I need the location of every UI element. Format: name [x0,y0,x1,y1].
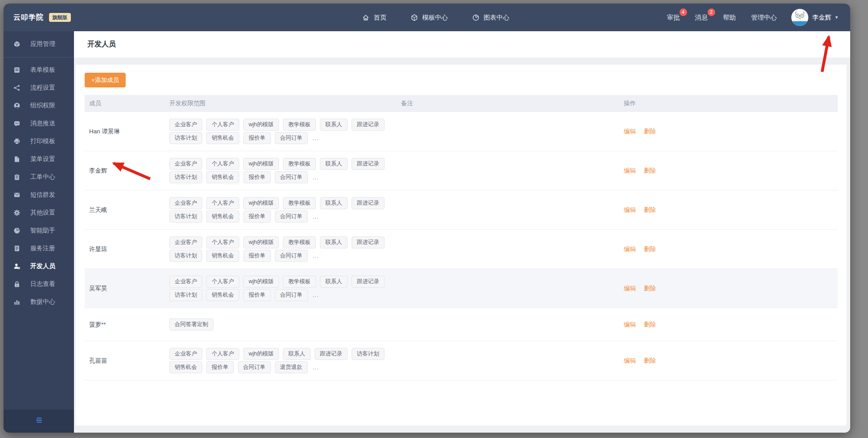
permission-tag: 个人客户 [206,276,239,288]
nav-template-center[interactable]: 模板中心 [410,13,448,22]
edit-link[interactable]: 编辑 [624,207,636,213]
actions-cell: 编辑删除 [619,356,838,365]
nav-label: 审批 [667,14,680,21]
permission-tag: 报价单 [243,171,271,183]
edit-link[interactable]: 编辑 [624,357,636,364]
developers-table: 成员开发权限范围备注操作 Han 谭景琳企业客户个人客户wjh的模版教学模板联系… [85,95,838,380]
sidebar-item-data-center[interactable]: 数据中心 [4,293,74,311]
sidebar-item-label: 工单中心 [30,173,55,181]
user-name[interactable]: 李金辉 [812,13,832,22]
nav-label: 模板中心 [422,13,448,22]
tag-line: 销售机会报价单合同订单退货退款... [169,361,392,373]
delete-link[interactable]: 删除 [644,285,656,292]
delete-link[interactable]: 删除 [644,128,656,135]
sidebar-item-label: 流程设置 [30,84,55,92]
nav-label: 管理中心 [751,14,777,21]
nav-home[interactable]: 首页 [362,13,386,22]
sidebar-item-ticket-center[interactable]: 工单中心 [4,168,74,186]
sidebar-item-label: 智能助手 [30,227,55,235]
table-row: 兰天峨企业客户个人客户wjh的模版教学模板联系人跟进记录访客计划销售机会报价单合… [85,190,838,230]
column-header: 备注 [397,99,619,107]
sidebar-item-org-permissions[interactable]: 组织权限 [4,97,74,115]
sidebar: 应用管理 表单模板流程设置组织权限消息推送打印模板菜单设置工单中心短信群发其他设… [4,31,74,433]
permission-tag: 跟进记录 [352,197,385,209]
sidebar-item-smart-assistant[interactable]: 智能助手 [4,222,74,240]
nav-chart-center[interactable]: 图表中心 [472,13,509,22]
permission-tag: 教学模板 [283,236,316,248]
tag-line: 企业客户个人客户wjh的模版教学模板联系人跟进记录 [169,276,392,288]
edit-link[interactable]: 编辑 [624,128,636,135]
tag-line: 企业客户个人客户wjh的模版教学模板联系人跟进记录 [169,119,392,131]
user-circle-icon [13,102,20,109]
table-row: Han 谭景琳企业客户个人客户wjh的模版教学模板联系人跟进记录访客计划销售机会… [85,112,838,151]
nav-admin-center[interactable]: 管理中心 [751,13,777,22]
sidebar-item-label: 开发人员 [30,262,55,270]
sidebar-item-message-push[interactable]: 消息推送 [4,115,74,132]
sidebar-item-print-templates[interactable]: 打印模板 [4,132,74,150]
apps-icon [13,41,20,48]
permission-tag: 退货退款 [275,361,308,373]
permission-tag: 跟进记录 [352,119,385,131]
sidebar-item-label: 应用管理 [30,40,55,48]
sidebar-divider [4,57,74,58]
permissions-cell: 企业客户个人客户wjh的模版教学模板联系人跟进记录访客计划销售机会报价单合同订单… [165,112,397,151]
chevron-down-icon[interactable]: ▼ [835,15,839,20]
sidebar-item-other-settings[interactable]: 其他设置 [4,204,74,222]
permission-tag: 访客计划 [169,132,202,144]
avatar[interactable] [791,9,808,26]
sidebar-item-form-templates[interactable]: 表单模板 [4,61,74,79]
permission-tag: 访客计划 [169,211,202,223]
sidebar-item-label: 日志查看 [30,280,55,288]
add-member-button[interactable]: +添加成员 [85,73,126,87]
permission-tag: 教学模板 [283,158,316,170]
sidebar-item-app-management[interactable]: 应用管理 [4,31,74,57]
delete-link[interactable]: 删除 [644,321,656,328]
permission-tag: 跟进记录 [352,236,385,248]
nav-label: 帮助 [723,14,736,21]
member-cell: 李金辉 [85,166,165,175]
delete-link[interactable]: 删除 [644,246,656,252]
edit-link[interactable]: 编辑 [624,321,636,328]
nav-label: 图表中心 [483,13,509,22]
column-header: 操作 [619,99,838,107]
permission-tag: 合同订单 [275,289,308,301]
edit-link[interactable]: 编辑 [624,285,636,292]
actions-cell: 编辑删除 [619,284,838,293]
permission-tag: wjh的模版 [243,348,279,360]
collapse-menu-icon [34,416,44,426]
member-cell: Han 谭景琳 [85,127,165,136]
sidebar-item-developers[interactable]: 开发人员 [4,257,74,275]
top-navbar: 云叩学院 旗舰版 首页模板中心图表中心 审批4消息2帮助管理中心 [4,4,850,31]
sidebar-item-workflow-settings[interactable]: 流程设置 [4,79,74,97]
delete-link[interactable]: 删除 [644,357,656,364]
sidebar-item-service-registry[interactable]: 服务注册 [4,240,74,257]
edit-link[interactable]: 编辑 [624,246,636,252]
column-header: 开发权限范围 [165,94,397,113]
nav-help[interactable]: 帮助 [723,13,736,22]
sidebar-item-sms-broadcast[interactable]: 短信群发 [4,186,74,204]
delete-link[interactable]: 删除 [644,167,656,174]
actions-cell: 编辑删除 [619,245,838,253]
edit-link[interactable]: 编辑 [624,167,636,174]
tag-line: 企业客户个人客户wjh的模版联系人跟进记录访客计划 [169,348,392,360]
permission-tag: wjh的模版 [243,158,279,170]
sidebar-collapse-button[interactable] [4,409,74,433]
permission-tag: wjh的模版 [243,119,279,131]
sidebar-item-log-viewer[interactable]: 日志查看 [4,275,74,293]
nav-approvals[interactable]: 审批4 [667,13,680,22]
tag-line: 企业客户个人客户wjh的模版教学模板联系人跟进记录 [169,197,392,209]
user-menu[interactable]: 李金辉 ▼ [791,9,839,26]
brand: 云叩学院 旗舰版 [4,13,137,22]
delete-link[interactable]: 删除 [644,207,656,213]
more-tags-ellipsis: ... [312,135,319,141]
tag-line: 访客计划销售机会报价单合同订单... [169,289,392,301]
clipboard-icon [13,174,20,181]
permission-tag: wjh的模版 [243,276,279,288]
page-title-bar: 开发人员 [74,31,850,58]
nav-messages[interactable]: 消息2 [695,13,708,22]
notification-badge: 2 [708,8,715,16]
sidebar-item-menu-settings[interactable]: 菜单设置 [4,150,74,168]
sidebar-item-label: 其他设置 [30,209,55,217]
member-cell: 菠萝** [85,320,165,329]
permission-tag: 销售机会 [206,250,239,262]
